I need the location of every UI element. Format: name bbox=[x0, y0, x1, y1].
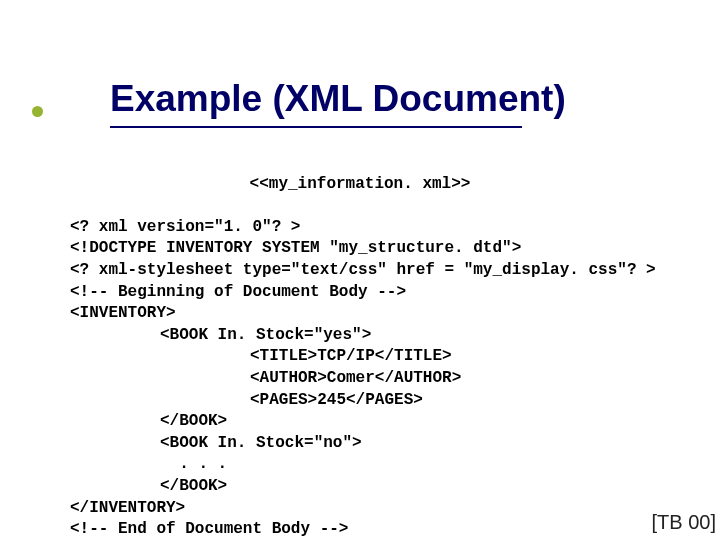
code-line: <? xml-stylesheet type="text/css" href =… bbox=[70, 261, 656, 279]
code-line: </BOOK> bbox=[70, 476, 227, 498]
code-line: <TITLE>TCP/IP</TITLE> bbox=[70, 346, 452, 368]
citation: [TB 00] bbox=[652, 511, 716, 534]
code-line: <BOOK In. Stock="yes"> bbox=[70, 325, 371, 347]
title-underline bbox=[110, 126, 522, 128]
code-line: <!DOCTYPE INVENTORY SYSTEM "my_structure… bbox=[70, 239, 521, 257]
code-filename: <<my_information. xml>> bbox=[70, 174, 650, 196]
bullet-icon bbox=[32, 106, 43, 117]
code-line: </BOOK> bbox=[70, 411, 227, 433]
code-line: </INVENTORY> bbox=[70, 499, 185, 517]
code-line: <!-- End of Document Body --> bbox=[70, 520, 348, 538]
code-line: <AUTHOR>Comer</AUTHOR> bbox=[70, 368, 461, 390]
slide: Example (XML Document) <<my_information.… bbox=[0, 0, 720, 540]
code-line: <!-- Beginning of Document Body --> bbox=[70, 283, 406, 301]
code-line: <BOOK In. Stock="no"> bbox=[70, 433, 362, 455]
code-line: <? xml version="1. 0"? > bbox=[70, 218, 300, 236]
code-block: <<my_information. xml>> <? xml version="… bbox=[70, 152, 656, 540]
code-line: . . . bbox=[70, 454, 227, 476]
code-line: <PAGES>245</PAGES> bbox=[70, 390, 423, 412]
code-line: <INVENTORY> bbox=[70, 304, 176, 322]
slide-title: Example (XML Document) bbox=[110, 78, 566, 120]
